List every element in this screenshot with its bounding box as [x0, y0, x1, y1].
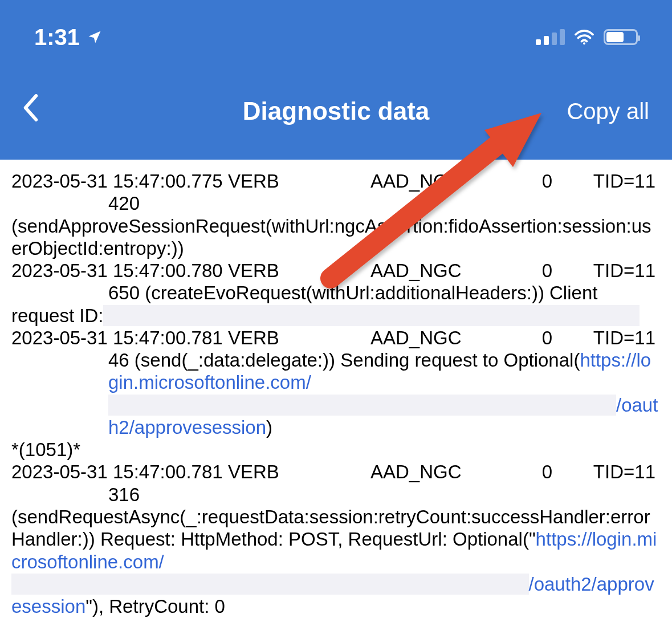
log-level: VERB — [228, 259, 370, 282]
log-message-line: 420 — [11, 192, 661, 214]
log-code: 0 — [524, 617, 570, 622]
log-tag: AAD_NGC — [370, 259, 524, 282]
log-tag: AAD_NGC — [370, 327, 524, 349]
log-tid: TID=11 — [570, 461, 655, 483]
log-text: "), RetryCount: 0 — [85, 596, 225, 617]
log-message-line: 650 (createEvoRequest(withUrl:additional… — [11, 282, 661, 304]
status-time: 1:31 — [34, 25, 80, 50]
log-timestamp: 2023-05-31 15:47:00.780 — [11, 259, 228, 282]
log-level: VERB — [228, 461, 370, 483]
log-entry: 2023-05-31 15:47:00.781 VERB AAD_NGC 0 T… — [11, 461, 661, 617]
log-entry: 2023-05-31 15:47:00.775 VERB AAD_NGC 0 T… — [11, 170, 661, 259]
log-area[interactable]: 2023-05-31 15:47:00.775 VERB AAD_NGC 0 T… — [0, 160, 672, 622]
log-tid: TID=11 — [570, 617, 655, 622]
redacted-block: xxxxxxxxxxxxxxxxxxxxxxxxxxxxxxxxxxxxxxxx… — [108, 395, 616, 416]
wifi-icon — [574, 25, 594, 50]
log-tag: AAD_NGC — [370, 461, 524, 483]
log-code: 0 — [524, 461, 570, 483]
log-timestamp: 2023-05-31 15:47:00.781 — [11, 327, 228, 349]
log-level: VERB — [228, 617, 370, 622]
log-message-line: 316 — [11, 483, 661, 506]
log-code: 0 — [524, 259, 570, 282]
log-message-line: 46 (send(_:data:delegate:)) Sending requ… — [11, 349, 661, 438]
svg-point-0 — [583, 42, 585, 44]
status-bar: 1:31 — [0, 0, 672, 74]
log-code: 0 — [524, 327, 570, 349]
log-timestamp: 2023-05-31 15:47:00.781 — [11, 461, 228, 483]
log-level: VERB — [228, 170, 370, 192]
log-timestamp: 2023-05-31 15:47:00.775 — [11, 170, 228, 192]
redacted-block: xxxxxxxxxxxxxxxxxxxxxxxxxxxxxxxxxxxxxxxx… — [103, 305, 640, 326]
log-message: *(1051)* — [11, 438, 661, 461]
log-code: 0 — [524, 170, 570, 192]
copy-all-button[interactable]: Copy all — [561, 93, 655, 130]
log-timestamp: 2023-05-31 15:47:02.302 — [11, 617, 228, 622]
log-message: request ID:xxxxxxxxxxxxxxxxxxxxxxxxxxxxx… — [11, 304, 661, 327]
log-entry: 2023-05-31 15:47:02.302 VERB AAD_NGC 0 T… — [11, 617, 661, 622]
log-tag: AAD_NGC — [370, 170, 524, 192]
redacted-block: xxxxxxxxxxxxxxxxxxxxxxxxxxxxxxxxxxxxxxxx… — [11, 574, 529, 595]
log-text: request ID: — [11, 305, 103, 326]
log-text: 46 (send(_:data:delegate:)) Sending requ… — [108, 349, 580, 371]
log-entry: 2023-05-31 15:47:00.781 VERB AAD_NGC 0 T… — [11, 327, 661, 461]
log-level: VERB — [228, 327, 370, 349]
log-tag: AAD_NGC — [370, 617, 524, 622]
log-tid: TID=11 — [570, 170, 655, 192]
log-entry: 2023-05-31 15:47:00.780 VERB AAD_NGC 0 T… — [11, 259, 661, 327]
log-tid: TID=11 — [570, 327, 655, 349]
log-message: (sendApproveSessionRequest(withUrl:ngcAs… — [11, 215, 661, 260]
log-message: (sendRequestAsync(_:requestData:session:… — [11, 506, 661, 617]
battery-icon — [604, 29, 638, 45]
back-button[interactable] — [17, 88, 44, 134]
nav-bar: Diagnostic data Copy all — [0, 74, 672, 160]
log-tid: TID=11 — [570, 259, 655, 282]
log-text: ) — [266, 417, 272, 438]
cellular-signal-icon — [536, 29, 565, 45]
location-icon — [87, 25, 103, 50]
